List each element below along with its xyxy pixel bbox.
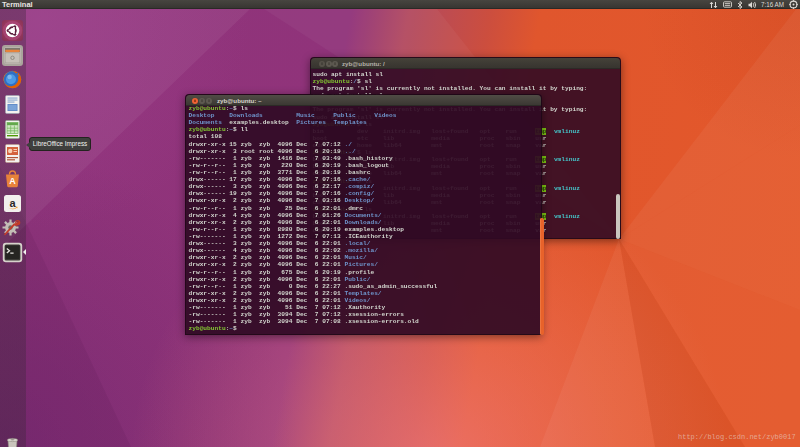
svg-text:a: a (9, 196, 16, 208)
svg-text:A: A (9, 176, 16, 186)
